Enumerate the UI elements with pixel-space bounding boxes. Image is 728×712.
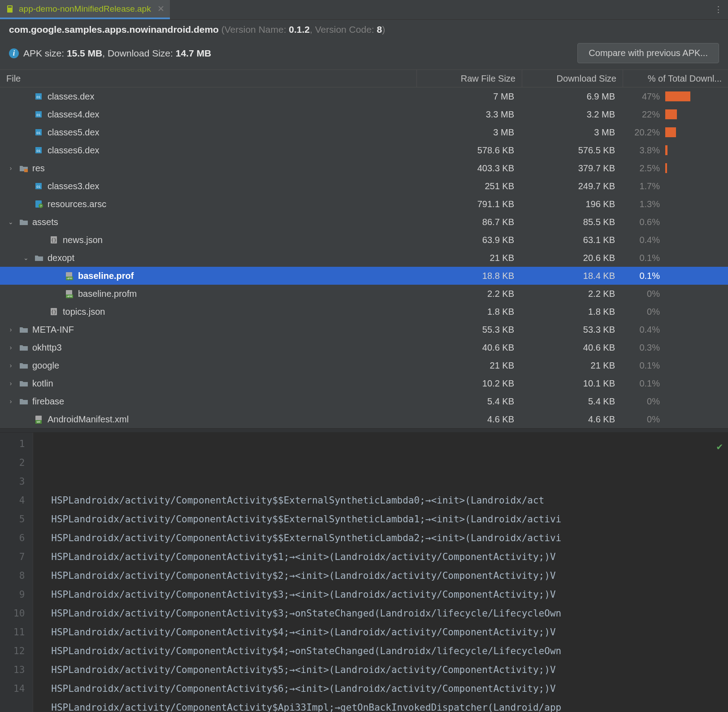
close-icon[interactable]: ✕ (157, 4, 165, 14)
download-size: 5.4 KB (522, 396, 623, 407)
tree-row[interactable]: 01classes.dex7 MB6.9 MB47% (0, 87, 728, 105)
manifest-icon: MF (34, 415, 44, 424)
tree-row[interactable]: ›firebase5.4 KB5.4 KB0% (0, 392, 728, 410)
chevron-down-icon[interactable]: ⌄ (22, 254, 30, 261)
line-number: 12 (13, 642, 25, 660)
size-info-bar: i APK size: 15.5 MB, Download Size: 14.7… (0, 39, 728, 69)
chevron-right-icon[interactable]: › (6, 398, 15, 405)
svg-text:01: 01 (37, 113, 41, 117)
file-name: assets (32, 217, 58, 227)
dex-icon: 01 (34, 110, 44, 119)
tree-row[interactable]: 01classes6.dex578.6 KB576.5 KB3.8% (0, 141, 728, 159)
chevron-down-icon[interactable]: ⌄ (6, 218, 15, 226)
file-name: res (32, 163, 45, 174)
svg-text:{}: {} (51, 238, 56, 243)
percent: 0.1% (623, 271, 663, 281)
tree-row[interactable]: ›kotlin10.2 KB10.1 KB0.1% (0, 374, 728, 392)
chevron-right-icon[interactable]: › (6, 380, 15, 387)
kebab-menu-icon[interactable]: ⋮ (708, 4, 728, 15)
file-name: topics.json (63, 307, 105, 317)
download-size: 3.2 MB (522, 109, 623, 120)
panel-divider[interactable] (0, 428, 728, 433)
tree-row[interactable]: 01classes3.dex251 KB249.7 KB1.7% (0, 177, 728, 195)
tree-row[interactable]: MFAndroidManifest.xml4.6 KB4.6 KB0% (0, 410, 728, 428)
chevron-right-icon[interactable]: › (6, 326, 15, 333)
compare-apk-button[interactable]: Compare with previous APK... (577, 43, 719, 63)
tree-row[interactable]: 01classes4.dex3.3 MB3.2 MB22% (0, 105, 728, 123)
svg-text:?: ? (40, 204, 42, 208)
svg-text:MF: MF (37, 421, 41, 423)
percent-bar-cell (663, 109, 728, 119)
chevron-right-icon[interactable]: › (6, 344, 15, 351)
tree-row[interactable]: HPRbaseline.profm2.2 KB2.2 KB0% (0, 285, 728, 303)
folder-icon (34, 253, 44, 262)
percent-bar-cell (663, 91, 728, 101)
percent: 3.8% (623, 145, 663, 156)
line-number: 10 (13, 604, 25, 623)
svg-rect-10 (24, 169, 28, 172)
code-line: HSPLandroidx/activity/ComponentActivity$… (51, 679, 728, 698)
download-size: 63.1 KB (522, 235, 623, 245)
code-line: HSPLandroidx/activity/ComponentActivity$… (51, 698, 728, 712)
file-tree: 01classes.dex7 MB6.9 MB47%01classes4.dex… (0, 87, 728, 428)
file-name: baseline.profm (78, 289, 137, 299)
folder-r-icon (19, 164, 29, 173)
raw-size: 21 KB (417, 253, 522, 263)
tree-row[interactable]: 01classes5.dex3 MB3 MB20.2% (0, 123, 728, 141)
column-file[interactable]: File (0, 70, 417, 87)
tree-row[interactable]: ›okhttp340.6 KB40.6 KB0.3% (0, 339, 728, 356)
tree-row[interactable]: ›google21 KB21 KB0.1% (0, 356, 728, 374)
raw-size: 18.8 KB (417, 271, 522, 281)
code-line: HSPLandroidx/activity/ComponentActivity$… (51, 585, 728, 604)
tree-row[interactable]: {}news.json63.9 KB63.1 KB0.4% (0, 231, 728, 249)
svg-text:01: 01 (37, 185, 41, 189)
tree-row[interactable]: HPRbaseline.prof18.8 KB18.4 KB0.1% (0, 267, 728, 285)
column-percent[interactable]: % of Total Downl... (623, 70, 728, 87)
code-line: HSPLandroidx/activity/ComponentActivity$… (51, 547, 728, 566)
tree-row[interactable]: ?resources.arsc791.1 KB196 KB1.3% (0, 195, 728, 213)
download-size: 53.3 KB (522, 325, 623, 335)
file-name: AndroidManifest.xml (48, 414, 129, 425)
download-size: 85.5 KB (522, 217, 623, 227)
tree-row[interactable]: ⌄assets86.7 KB85.5 KB0.6% (0, 213, 728, 231)
percent: 0% (623, 414, 663, 425)
tree-row[interactable]: {}topics.json1.8 KB1.8 KB0% (0, 303, 728, 321)
tab-title: app-demo-nonMinifiedRelease.apk (19, 4, 151, 14)
percent: 0.1% (623, 360, 663, 371)
download-size: 6.9 MB (522, 91, 623, 102)
tree-row[interactable]: ›META-INF55.3 KB53.3 KB0.4% (0, 321, 728, 339)
download-size: 3 MB (522, 127, 623, 138)
code-line: HSPLandroidx/activity/ComponentActivity$… (51, 642, 728, 660)
chevron-right-icon[interactable]: › (6, 362, 15, 369)
line-number: 1 (13, 434, 25, 453)
svg-text:HPR: HPR (67, 295, 73, 298)
raw-size: 63.9 KB (417, 235, 522, 245)
table-header: File Raw File Size Download Size % of To… (0, 69, 728, 87)
file-name: resources.arsc (48, 199, 106, 209)
percent: 0.4% (623, 325, 663, 335)
percent: 1.3% (623, 199, 663, 209)
raw-size: 7 MB (417, 91, 522, 102)
arsc-icon: ? (34, 200, 44, 208)
percent: 0.3% (623, 343, 663, 353)
editor-tab[interactable]: app-demo-nonMinifiedRelease.apk ✕ (0, 0, 170, 19)
code-line: HSPLandroidx/activity/ComponentActivity$… (51, 491, 728, 510)
download-size: 249.7 KB (522, 181, 623, 191)
code-line: HSPLandroidx/activity/ComponentActivity$… (51, 623, 728, 642)
tree-row[interactable]: ›res403.3 KB379.7 KB2.5% (0, 159, 728, 177)
column-raw-size[interactable]: Raw File Size (417, 70, 522, 87)
folder-icon (19, 379, 29, 388)
svg-text:HPR: HPR (67, 277, 73, 280)
code-content[interactable]: ✔ HSPLandroidx/activity/ComponentActivit… (33, 433, 728, 712)
chevron-right-icon[interactable]: › (6, 165, 15, 172)
raw-size: 21 KB (417, 360, 522, 371)
folder-icon (19, 217, 29, 226)
line-number: 13 (13, 660, 25, 679)
raw-size: 578.6 KB (417, 145, 522, 156)
hpr-icon: HPR (65, 289, 74, 298)
raw-size: 403.3 KB (417, 163, 522, 174)
column-download-size[interactable]: Download Size (522, 70, 623, 87)
line-gutter: 1234567891011121314 (0, 433, 33, 712)
tree-row[interactable]: ⌄dexopt21 KB20.6 KB0.1% (0, 249, 728, 267)
raw-size: 55.3 KB (417, 325, 522, 335)
